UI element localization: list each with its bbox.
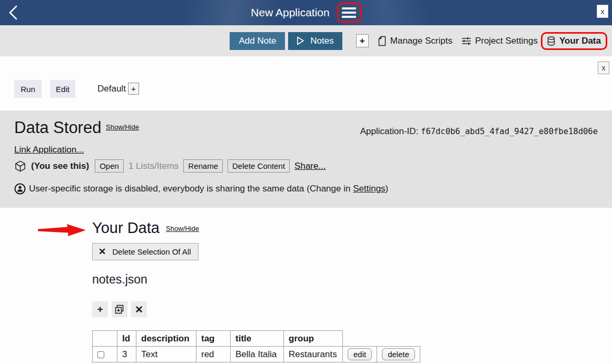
- application-id: Application-ID: f67dc0b6_abd5_4fad_9427_…: [360, 126, 598, 137]
- data-table: Id description tag title group 3 Text re…: [92, 330, 420, 362]
- storage-notice-text: User-specific storage is disabled, every…: [29, 184, 388, 194]
- cell-description: Text: [136, 347, 196, 362]
- add-config-button[interactable]: +: [128, 83, 139, 95]
- toolbar: Add Note Notes + Manage Scripts Project …: [0, 25, 612, 56]
- cell-id: 3: [117, 347, 136, 362]
- lists-items-count: 1 Lists/Items: [129, 161, 179, 171]
- your-data-button[interactable]: Your Data: [541, 32, 607, 50]
- database-icon: [547, 36, 555, 46]
- play-icon: [297, 36, 304, 45]
- title-group: New Application: [0, 0, 612, 25]
- select-column-header: [93, 331, 117, 347]
- cell-group: Restaurants: [284, 347, 343, 362]
- list-file-name: notes.json: [92, 272, 147, 287]
- description-column-header: description: [136, 331, 196, 347]
- share-link[interactable]: Share...: [294, 161, 326, 171]
- hamburger-icon: [342, 7, 356, 9]
- your-data-show-hide-link[interactable]: Show/Hide: [166, 225, 199, 232]
- package-cube-icon: [14, 160, 26, 173]
- data-stored-section: Data Stored Show/Hide Application-ID: f6…: [0, 110, 612, 208]
- data-stored-heading: Data Stored: [14, 118, 101, 137]
- x-icon: ✕: [98, 246, 106, 257]
- manage-scripts-label: Manage Scripts: [390, 36, 452, 46]
- table-header-row: Id description tag title group: [93, 331, 420, 347]
- add-row-button[interactable]: +: [92, 301, 108, 317]
- your-data-section: Your Data Show/Hide ✕ Delete Selection O…: [0, 208, 612, 364]
- data-stored-show-hide-link[interactable]: Show/Hide: [106, 123, 139, 131]
- id-column-header: Id: [117, 331, 136, 347]
- list-actions: + ✕: [92, 301, 147, 317]
- run-button[interactable]: Run: [14, 80, 42, 98]
- delete-content-button[interactable]: Delete Content: [228, 159, 290, 173]
- delete-row-button[interactable]: ✕: [131, 301, 147, 317]
- link-application-link[interactable]: Link Application...: [14, 145, 84, 155]
- edit-button[interactable]: Edit: [50, 80, 75, 98]
- manage-scripts-button[interactable]: Manage Scripts: [378, 36, 452, 46]
- application-id-value: f67dc0b6_abd5_4fad_9427_e80fbe18d06e: [421, 127, 598, 136]
- tag-column-header: tag: [196, 331, 231, 347]
- delete-selection-button[interactable]: ✕ Delete Selection Of All: [92, 243, 199, 260]
- user-storage-notice: User-specific storage is disabled, every…: [14, 183, 388, 195]
- open-button[interactable]: Open: [95, 159, 124, 173]
- storage-row: (You see this) Open 1 Lists/Items Rename…: [14, 159, 326, 173]
- page-title: New Application: [251, 6, 329, 19]
- hamburger-menu-button[interactable]: [337, 3, 361, 23]
- row-edit-button[interactable]: edit: [348, 348, 372, 360]
- you-see-this-label: (You see this): [31, 161, 89, 171]
- cell-title: Bella Italia: [231, 347, 284, 362]
- titlebar: New Application x: [0, 0, 612, 25]
- panel-close-button[interactable]: x: [598, 62, 609, 74]
- project-settings-button[interactable]: Project Settings: [461, 36, 538, 46]
- notes-button-label: Notes: [310, 36, 333, 46]
- add-note-button[interactable]: Add Note: [230, 32, 285, 50]
- default-config-label: Default: [97, 84, 126, 94]
- your-data-heading: Your Data: [92, 219, 160, 237]
- settings-link[interactable]: Settings: [353, 184, 385, 194]
- notes-run-button[interactable]: Notes: [288, 32, 342, 50]
- project-settings-label: Project Settings: [475, 36, 538, 46]
- application-id-label: Application-ID:: [360, 126, 421, 136]
- rename-button[interactable]: Rename: [183, 159, 223, 173]
- row-delete-button[interactable]: delete: [382, 348, 415, 360]
- cell-tag: red: [196, 347, 231, 362]
- table-row: 3 Text red Bella Italia Restaurants edit…: [93, 347, 420, 362]
- user-icon: [14, 183, 26, 195]
- add-tab-button[interactable]: +: [356, 34, 369, 47]
- duplicate-icon: [115, 305, 124, 314]
- your-data-label: Your Data: [559, 36, 601, 46]
- window-close-button[interactable]: x: [597, 5, 608, 18]
- run-bar: x Run Edit Default +: [0, 56, 612, 110]
- delete-selection-label: Delete Selection Of All: [112, 247, 191, 256]
- group-column-header: group: [284, 331, 343, 347]
- red-annotation-arrow-icon: [38, 223, 86, 238]
- row-checkbox[interactable]: [97, 351, 104, 358]
- sliders-icon: [461, 36, 471, 46]
- duplicate-row-button[interactable]: [112, 301, 127, 317]
- script-page-icon: [378, 36, 387, 46]
- title-column-header: title: [231, 331, 284, 347]
